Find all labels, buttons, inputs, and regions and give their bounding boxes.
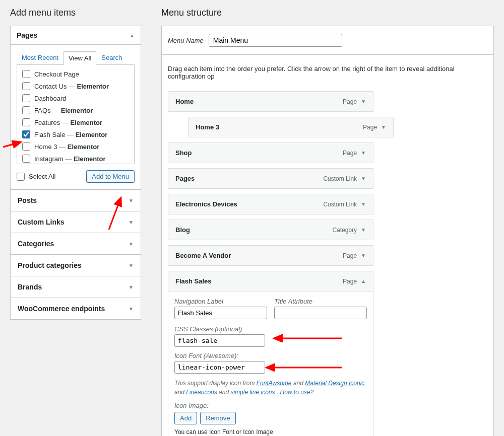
caret-down-icon[interactable]: ▼ — [129, 220, 134, 225]
menu-item-title: Electronics Devices — [175, 200, 237, 208]
menu-item-type: Custom Link — [323, 201, 357, 208]
add-to-menu-button[interactable]: Add to Menu — [86, 170, 135, 183]
menu-item-settings: Navigation LabelTitle AttributeCSS Class… — [168, 292, 373, 436]
page-item-label: Flash Sale — Elementor — [34, 131, 107, 138]
menu-item-meta: Page▼ — [343, 98, 366, 105]
caret-down-icon[interactable]: ▼ — [361, 227, 366, 233]
menu-item-bar[interactable]: ShopPage▼ — [168, 142, 373, 163]
css-classes-input[interactable] — [174, 334, 265, 347]
caret-down-icon[interactable]: ▼ — [361, 176, 366, 181]
menu-item-title: Home — [175, 98, 194, 105]
menu-item-title: Blog — [175, 226, 190, 234]
menu-item-meta: Page▼ — [343, 252, 366, 259]
accordion-posts[interactable]: Posts▼ — [10, 189, 141, 211]
page-item-checkbox[interactable] — [22, 118, 30, 126]
page-item-checkbox[interactable] — [22, 130, 30, 138]
title-attr-input[interactable] — [274, 307, 367, 319]
accordion-title: Brands — [18, 283, 42, 291]
caret-down-icon[interactable]: ▼ — [129, 284, 134, 290]
page-item-checkbox[interactable] — [22, 82, 30, 90]
icon-add-button[interactable]: Add — [174, 412, 197, 424]
link-material-iconic[interactable]: Material Design Iconic — [305, 380, 364, 387]
caret-down-icon[interactable]: ▼ — [361, 150, 366, 156]
accordion-woocommerce-endpoints[interactable]: WooCommerce endpoints▼ — [10, 298, 141, 320]
page-item[interactable]: Dashboard — [22, 92, 129, 104]
menu-tree: HomePage▼Home 3Page▼ShopPage▼PagesCustom… — [162, 86, 493, 436]
accordion-custom-links[interactable]: Custom Links▼ — [10, 211, 141, 233]
nav-label-input[interactable] — [174, 307, 267, 319]
menu-item-title: Shop — [175, 149, 192, 157]
page-item-checkbox[interactable] — [22, 94, 30, 102]
accordion-title: Product categories — [18, 261, 82, 269]
menu-item-meta: Page▼ — [343, 150, 366, 157]
menu-item-type: Page — [343, 252, 357, 259]
caret-down-icon[interactable]: ▼ — [381, 124, 386, 130]
menu-item-bar[interactable]: Electronics DevicesCustom Link▼ — [168, 194, 373, 214]
icon-note: You can use Icon Font or Icon Image — [174, 428, 367, 435]
page-item[interactable]: Home 3 — Elementor — [22, 140, 129, 153]
page-item[interactable]: FAQs — Elementor — [22, 104, 129, 116]
caret-down-icon[interactable]: ▼ — [361, 253, 366, 258]
menu-item-bar[interactable]: Flash SalesPage▲ — [168, 271, 373, 292]
add-menu-title: Add menu items — [10, 8, 141, 18]
menu-item: Home 3Page▼ — [168, 117, 487, 137]
accordion-categories[interactable]: Categories▼ — [10, 233, 141, 255]
page-item[interactable]: Features — Elementor — [22, 116, 129, 128]
caret-down-icon[interactable]: ▼ — [129, 306, 134, 312]
menu-item-title: Become A Vendor — [175, 252, 231, 259]
page-item-checkbox[interactable] — [22, 155, 30, 163]
menu-item-meta: Page▲ — [343, 278, 366, 285]
menu-name-input[interactable] — [209, 34, 342, 47]
icon-remove-button[interactable]: Remove — [200, 412, 235, 424]
menu-item-bar[interactable]: Become A VendorPage▼ — [168, 245, 373, 266]
pages-metabox-header[interactable]: Pages ▲ — [11, 26, 141, 45]
menu-item-bar[interactable]: HomePage▼ — [168, 91, 373, 112]
page-item-label: Features — Elementor — [34, 119, 102, 126]
link-how-to-use[interactable]: How to use? — [280, 389, 314, 396]
page-item[interactable]: Instagram — Elementor — [22, 153, 129, 164]
menu-item-meta: Page▼ — [363, 124, 386, 131]
caret-down-icon[interactable]: ▼ — [361, 99, 366, 104]
page-item-checkbox[interactable] — [22, 142, 30, 151]
menu-item: Flash SalesPage▲Navigation LabelTitle At… — [168, 271, 487, 436]
select-all[interactable]: Select All — [17, 173, 55, 181]
icon-font-input[interactable] — [174, 361, 265, 374]
page-item-checkbox[interactable] — [22, 70, 30, 78]
menu-item-bar[interactable]: Home 3Page▼ — [188, 117, 394, 137]
page-item[interactable]: Contact Us — Elementor — [22, 80, 129, 92]
icon-image-label: Icon Image: — [174, 402, 367, 409]
menu-item: PagesCustom Link▼ — [168, 168, 487, 189]
accordion-product-categories[interactable]: Product categories▼ — [10, 255, 141, 276]
pages-list[interactable]: Checkout PageContact Us — ElementorDashb… — [17, 64, 135, 164]
add-menu-items-panel: Add menu items Pages ▲ Most Recent View … — [0, 0, 151, 436]
menu-item: Electronics DevicesCustom Link▼ — [168, 194, 487, 214]
menu-item-meta: Custom Link▼ — [323, 175, 366, 182]
caret-up-icon[interactable]: ▲ — [361, 278, 366, 284]
menu-item-type: Page — [343, 150, 357, 157]
caret-up-icon[interactable]: ▲ — [130, 33, 135, 38]
link-linearicons[interactable]: Linearicons — [186, 389, 217, 396]
menu-item-type: Custom Link — [323, 175, 357, 182]
menu-item-type: Category — [332, 227, 357, 234]
accordion-brands[interactable]: Brands▼ — [10, 276, 141, 298]
menu-item-meta: Custom Link▼ — [323, 201, 366, 208]
pages-metabox-title: Pages — [17, 31, 37, 39]
page-item[interactable]: Flash Sale — Elementor — [22, 128, 129, 140]
caret-down-icon[interactable]: ▼ — [129, 198, 134, 203]
caret-down-icon[interactable]: ▼ — [129, 263, 134, 268]
menu-item-bar[interactable]: PagesCustom Link▼ — [168, 168, 373, 189]
caret-down-icon[interactable]: ▼ — [361, 201, 366, 207]
icon-font-label: Icon Font (Awesome): — [174, 352, 367, 359]
tab-most-recent[interactable]: Most Recent — [17, 51, 64, 64]
select-all-checkbox[interactable] — [17, 173, 25, 181]
page-item[interactable]: Checkout Page — [22, 68, 129, 80]
tab-view-all[interactable]: View All — [64, 51, 96, 65]
link-simple-line-icons[interactable]: simple line icons — [230, 389, 275, 396]
caret-down-icon[interactable]: ▼ — [129, 241, 134, 247]
menu-item: ShopPage▼ — [168, 142, 487, 163]
menu-item-type: Page — [343, 278, 357, 285]
link-fontawesome[interactable]: FontAwsome — [257, 380, 292, 387]
tab-search[interactable]: Search — [96, 51, 127, 64]
page-item-checkbox[interactable] — [22, 106, 30, 114]
menu-item-bar[interactable]: BlogCategory▼ — [168, 220, 373, 240]
